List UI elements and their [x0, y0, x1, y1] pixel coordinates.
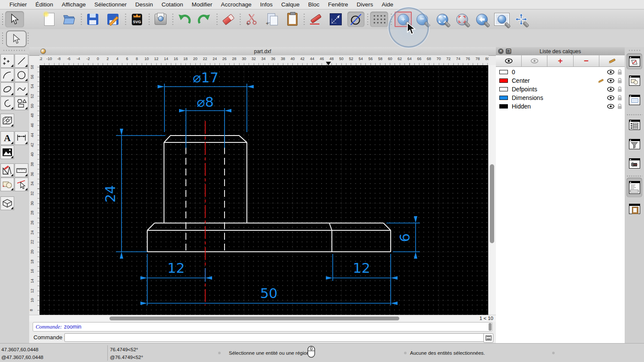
menu-item-accrochage[interactable]: Accrochage: [216, 1, 255, 8]
export-svg-button[interactable]: SVG: [129, 12, 145, 27]
remove-layer-button[interactable]: −: [574, 55, 599, 67]
zoom-auto-button[interactable]: [434, 12, 450, 27]
save-button[interactable]: [85, 12, 100, 27]
zoom-out-button[interactable]: −: [414, 12, 430, 27]
menu-item-selectionner[interactable]: Sélectionner: [90, 1, 131, 8]
layer-lock-icon[interactable]: [617, 86, 622, 92]
dock-filter-button[interactable]: [626, 136, 642, 152]
line-tool[interactable]: [15, 54, 28, 68]
layer-row-defpoints[interactable]: Defpoints: [496, 85, 625, 94]
layer-visibility-icon[interactable]: [607, 104, 614, 109]
layer-visibility-icon[interactable]: [607, 87, 614, 92]
copy-button[interactable]: +: [264, 12, 280, 27]
horizontal-scrollbar[interactable]: 1 < 10: [29, 315, 496, 322]
pan-zoom-button[interactable]: [513, 12, 529, 27]
menu-item-edition[interactable]: Édition: [31, 1, 58, 8]
menu-item-fichier[interactable]: Fichier: [5, 1, 31, 8]
dock-block-list-button[interactable]: [626, 72, 642, 89]
menu-item-divers[interactable]: Divers: [352, 1, 377, 8]
menu-item-cotation[interactable]: Cotation: [157, 1, 187, 8]
zoom-previous-button[interactable]: [474, 12, 490, 27]
dimension-tool[interactable]: [15, 131, 28, 145]
measure-tool[interactable]: [15, 163, 28, 177]
hatch-tool[interactable]: [0, 114, 14, 127]
dock-layer-list-button[interactable]: [626, 53, 642, 69]
ellipse-tool[interactable]: [0, 82, 14, 96]
layer-lock-icon[interactable]: [617, 78, 622, 84]
image-tool[interactable]: [0, 145, 14, 159]
menu-item-modifier[interactable]: Modifier: [187, 1, 216, 8]
select-option-button[interactable]: [6, 30, 27, 47]
layer-row-dimensions[interactable]: Dimensions: [496, 94, 625, 102]
add-layer-button[interactable]: +: [547, 55, 573, 67]
dock-view-projection-button[interactable]: [626, 155, 642, 172]
dock-entity-list-button[interactable]: [626, 117, 642, 133]
layer-visibility-icon[interactable]: [607, 78, 614, 83]
layer-lock-icon[interactable]: [617, 69, 622, 75]
menu-item-calque[interactable]: Calque: [277, 1, 304, 8]
layer-lock-icon[interactable]: [617, 95, 622, 101]
polyline-tool[interactable]: [0, 97, 14, 110]
text-tool[interactable]: A: [0, 131, 14, 145]
attributes-pen-button[interactable]: [308, 12, 323, 27]
horizontal-scrollbar-thumb[interactable]: [109, 317, 399, 320]
select-entity-tool[interactable]: [15, 178, 28, 191]
print-preview-button[interactable]: [153, 12, 168, 27]
keyboard-toggle-button[interactable]: [483, 333, 493, 343]
layer-row-center[interactable]: Center: [496, 76, 625, 85]
grid-toggle-button[interactable]: [370, 12, 388, 27]
command-history-scrollbar[interactable]: [489, 323, 492, 331]
drawing-window-titlebar[interactable]: part.dxf: [29, 47, 496, 56]
toolbar-drag-handle[interactable]: [2, 32, 3, 45]
dock-library-browser-button[interactable]: [626, 92, 642, 108]
solid-3d-tool[interactable]: [0, 196, 14, 210]
vertical-scrollbar-thumb[interactable]: [490, 164, 494, 243]
layer-visibility-icon[interactable]: [607, 69, 614, 75]
layer-lock-icon[interactable]: [617, 103, 622, 109]
vertical-scrollbar[interactable]: [488, 65, 496, 315]
undock-panel-button[interactable]: ❒: [506, 48, 511, 54]
select-tool-button[interactable]: [5, 11, 24, 27]
paste-button[interactable]: [285, 12, 300, 27]
delete-button[interactable]: [221, 12, 236, 27]
menu-item-fenetre[interactable]: Fenêtre: [324, 1, 352, 8]
zoom-window-button[interactable]: [454, 12, 470, 27]
zoom-view-button[interactable]: [493, 12, 510, 27]
open-file-button[interactable]: [61, 12, 77, 27]
edit-layer-button[interactable]: [599, 55, 625, 67]
show-all-layers-button[interactable]: [496, 55, 522, 67]
save-as-button[interactable]: [105, 12, 121, 27]
points-tool[interactable]: [0, 54, 14, 68]
cad-canvas[interactable]: ⌀17 ⌀8 24 6 12 12 50: [39, 65, 489, 315]
arc-tool[interactable]: [0, 68, 14, 82]
hide-all-layers-button[interactable]: [522, 55, 547, 67]
menu-item-aide[interactable]: Aide: [377, 1, 398, 8]
menu-item-bloc[interactable]: Bloc: [304, 1, 324, 8]
distance-measure-button[interactable]: [328, 12, 343, 27]
command-history[interactable]: Commande: zoomin: [33, 322, 492, 332]
dock-clipboard-button[interactable]: [626, 201, 642, 217]
zoom-in-button[interactable]: +: [395, 12, 412, 27]
layer-visibility-icon[interactable]: [607, 95, 614, 100]
new-document-button[interactable]: [42, 12, 57, 27]
circle-tool[interactable]: [15, 68, 28, 82]
polygon-tool[interactable]: [15, 97, 28, 110]
command-input[interactable]: [64, 333, 488, 342]
layer-row-hidden[interactable]: Hidden: [496, 102, 625, 111]
spline-tool[interactable]: [15, 82, 28, 96]
menu-item-affichage[interactable]: Affichage: [58, 1, 90, 8]
palette-drag-handle[interactable]: [3, 50, 27, 51]
toolbar-drag-handle[interactable]: [2, 13, 3, 26]
dock-command-widget-button[interactable]: [626, 178, 642, 197]
ellipse-tool-button[interactable]: [347, 12, 365, 27]
close-panel-button[interactable]: ✕: [498, 48, 504, 54]
redo-button[interactable]: [197, 12, 212, 27]
cut-button[interactable]: +: [244, 12, 259, 27]
menu-item-dessin[interactable]: Dessin: [131, 1, 157, 8]
undo-button[interactable]: [176, 12, 192, 27]
menu-item-infos[interactable]: Infos: [256, 1, 277, 8]
dock-drag-handle[interactable]: [628, 50, 641, 51]
modify-tool[interactable]: [0, 163, 14, 177]
block-tool[interactable]: [0, 178, 14, 191]
layer-row-0[interactable]: 0: [496, 68, 625, 76]
